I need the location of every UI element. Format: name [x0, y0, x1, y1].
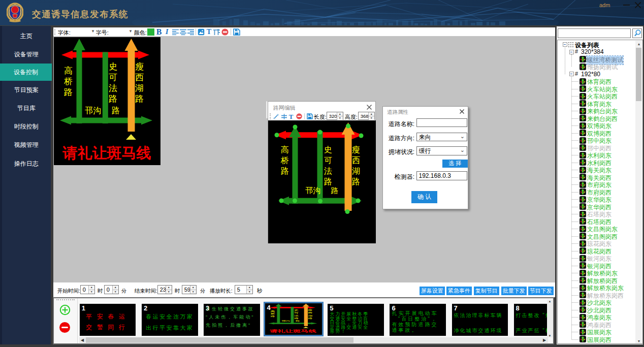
- svg-text:西: 西: [308, 312, 312, 314]
- svg-text:路: 路: [331, 186, 339, 195]
- svg-text:邗沟: 邗沟: [305, 186, 320, 195]
- svg-text:高: 高: [64, 66, 73, 76]
- svg-text:瘦: 瘦: [352, 145, 360, 154]
- svg-text:邗沟: 邗沟: [85, 106, 101, 115]
- svg-text:路: 路: [112, 106, 120, 115]
- svg-text:桥: 桥: [280, 156, 289, 165]
- svg-text:高: 高: [270, 310, 275, 312]
- svg-text:请礼让斑马线: 请礼让斑马线: [62, 145, 151, 161]
- svg-text:可: 可: [324, 156, 332, 165]
- svg-text:湖: 湖: [135, 83, 144, 93]
- svg-text:路: 路: [270, 316, 275, 318]
- svg-text:路: 路: [352, 177, 360, 186]
- svg-text:可: 可: [294, 312, 298, 314]
- svg-text:湖: 湖: [352, 167, 360, 175]
- svg-text:史: 史: [294, 309, 298, 312]
- svg-text:西: 西: [135, 73, 144, 82]
- svg-text:路: 路: [64, 87, 73, 97]
- svg-text:法: 法: [324, 167, 332, 175]
- svg-text:瘦: 瘦: [308, 309, 312, 312]
- svg-text:高: 高: [281, 145, 289, 154]
- svg-text:西: 西: [352, 156, 360, 165]
- svg-text:史: 史: [109, 62, 117, 72]
- svg-text:路: 路: [109, 94, 117, 104]
- svg-text:法: 法: [294, 314, 298, 317]
- svg-text:可: 可: [109, 73, 117, 82]
- svg-text:路: 路: [281, 167, 289, 175]
- svg-text:路: 路: [308, 317, 312, 319]
- svg-text:史: 史: [324, 145, 332, 154]
- svg-text:桥: 桥: [64, 77, 73, 86]
- svg-text:路: 路: [294, 317, 298, 319]
- svg-text:瘦: 瘦: [135, 62, 144, 72]
- svg-text:请礼让斑马线: 请礼让斑马线: [269, 329, 316, 333]
- svg-text:邗沟: 邗沟: [281, 320, 290, 323]
- svg-text:路: 路: [135, 94, 144, 104]
- svg-text:桥: 桥: [270, 313, 275, 315]
- svg-text:路: 路: [324, 177, 332, 186]
- svg-text:路: 路: [296, 320, 300, 322]
- svg-text:法: 法: [109, 83, 117, 93]
- svg-text:湖: 湖: [308, 314, 312, 317]
